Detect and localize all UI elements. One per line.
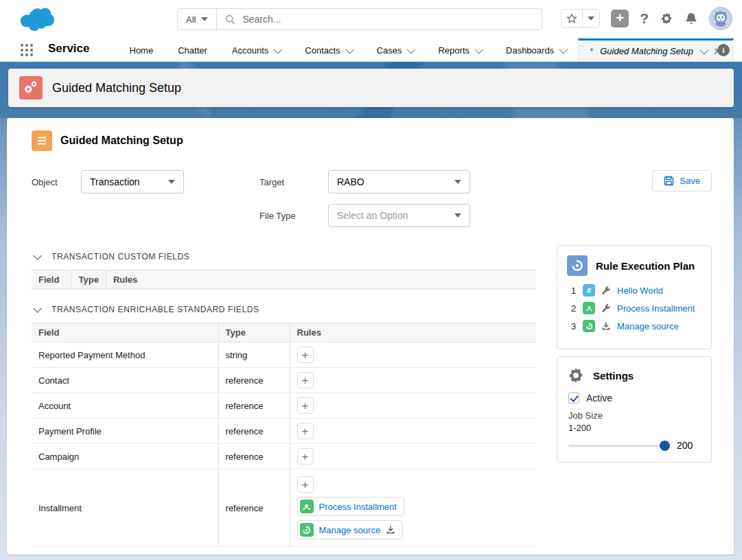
chevron-down-icon [559,45,568,54]
save-button[interactable]: Save [652,170,712,191]
rule-link[interactable]: Hello World [617,285,663,296]
add-rule-button[interactable]: + [297,347,314,363]
enrichable-fields-table: Field Type Rules Reported Payment Method… [32,323,536,547]
col-header-type: Type [71,270,106,290]
table-row: Contact reference + [32,368,536,393]
bot-icon [583,302,595,314]
nav-item-chatter[interactable]: Chatter [165,38,220,62]
add-rule-button[interactable]: + [297,476,314,493]
app-navigation-bar: Service Home Chatter Accounts Contacts C… [0,38,742,62]
wrench-icon[interactable] [601,303,611,313]
job-size-label: Job Size [568,410,702,421]
nav-item-contacts[interactable]: Contacts [292,38,364,62]
rule-link[interactable]: Manage source [319,525,381,535]
main-region: Guided Matching Setup Guided Matching Se… [0,62,742,560]
nav-item-reports[interactable]: Reports [426,38,494,62]
info-icon[interactable]: i [717,44,730,56]
table-row: Account reference + [32,393,536,419]
card-title: Guided Matching Setup [60,135,183,147]
rule-link[interactable]: Manage source [617,321,679,331]
job-size-range-label: 1-200 [568,423,702,433]
plan-item-3: 3 Manage source [571,320,702,332]
active-checkbox[interactable] [568,393,579,404]
add-rule-button[interactable]: + [297,372,314,388]
nav-item-dashboards[interactable]: Dashboards [494,38,578,62]
plan-item-2: 2 Process Installment [571,302,702,314]
rule-plan-title: Rule Execution Plan [596,260,695,272]
slider-track [568,445,670,447]
file-type-select[interactable]: Select an Option [328,204,470,227]
app-name: Service [48,42,90,62]
job-size-value: 200 [677,440,693,451]
chevron-down-icon [345,45,354,54]
file-type-placeholder: Select an Option [337,210,408,221]
guided-matching-card: Guided Matching Setup Object Transaction… [7,118,734,555]
job-size-slider[interactable] [568,441,670,450]
unsaved-indicator: * [590,46,593,56]
rule-chip-process-installment[interactable]: Process Installment [297,497,404,516]
swirl-icon [583,320,595,332]
chevron-down-icon [274,45,283,54]
table-row: Campaign reference + [32,444,536,469]
chevron-down-icon [168,180,175,184]
table-row: Payment Profile reference + [32,419,536,444]
target-select-value: RABO [337,176,364,187]
col-header-rules: Rules [290,323,536,342]
chevron-down-icon [33,251,42,260]
chevron-down-icon [407,45,416,54]
rule-execution-plan-panel: Rule Execution Plan 1 # Hello World 2 [557,245,712,349]
nav-item-home[interactable]: Home [117,38,166,62]
object-select[interactable]: Transaction [81,170,184,194]
col-header-type: Type [218,323,290,342]
search-scope-value: All [186,14,196,25]
section-custom-fields[interactable]: TRANSACTION CUSTOM FIELDS [34,252,536,261]
target-label: Target [259,177,328,187]
table-row: Reported Payment Method string + [32,342,536,368]
chevron-down-icon [454,180,461,184]
guided-matching-steps-icon [32,130,52,151]
help-icon[interactable]: ? [640,10,649,27]
settings-title: Settings [593,370,634,382]
favorites-dropdown-icon[interactable] [582,10,599,27]
setup-gear-icon[interactable] [660,12,673,25]
chevron-down-icon [33,304,42,313]
chevron-down-icon[interactable] [700,46,709,55]
favorites-control [561,9,600,28]
page-title: Guided Matching Setup [52,81,181,95]
save-icon [664,176,674,186]
add-rule-button[interactable]: + [297,448,314,465]
download-icon[interactable] [601,321,611,331]
global-create-icon[interactable]: + [611,10,629,27]
add-rule-button[interactable]: + [297,397,314,414]
object-select-value: Transaction [90,176,140,187]
active-label: Active [586,393,612,404]
favorites-star-icon[interactable] [561,10,582,27]
file-type-label: File Type [259,211,328,221]
hash-icon: # [583,284,595,296]
search-input[interactable] [242,14,533,25]
rule-link[interactable]: Process Installment [319,502,397,512]
search-scope-selector[interactable]: All [178,9,217,30]
download-icon[interactable] [386,525,395,535]
global-header: All + ? [0,0,742,38]
add-rule-button[interactable]: + [297,423,314,439]
swirl-icon [300,523,314,537]
notifications-bell-icon[interactable] [684,12,698,25]
wrench-icon[interactable] [601,285,611,295]
matching-config-form: Object Transaction Target RABO [32,170,712,227]
settings-gear-icon [567,366,585,384]
target-select[interactable]: RABO [328,170,470,194]
nav-item-cases[interactable]: Cases [364,38,426,62]
active-tab-label: Guided Matching Setup [600,46,693,56]
user-avatar[interactable] [709,7,732,30]
tab-guided-matching-setup[interactable]: * Guided Matching Setup ✕ [578,38,734,62]
rule-link[interactable]: Process Installment [617,303,695,314]
app-launcher-icon[interactable] [21,44,33,56]
nav-item-accounts[interactable]: Accounts [220,38,292,62]
col-header-rules: Rules [106,270,536,290]
section-enrichable-fields[interactable]: TRANSACTION ENRICHABLE STANDARD FIELDS [34,305,536,314]
guided-matching-gears-icon [19,76,43,100]
slider-thumb[interactable] [660,441,670,451]
rule-chip-manage-source[interactable]: Manage source [297,520,404,539]
plan-item-1: 1 # Hello World [571,284,702,296]
